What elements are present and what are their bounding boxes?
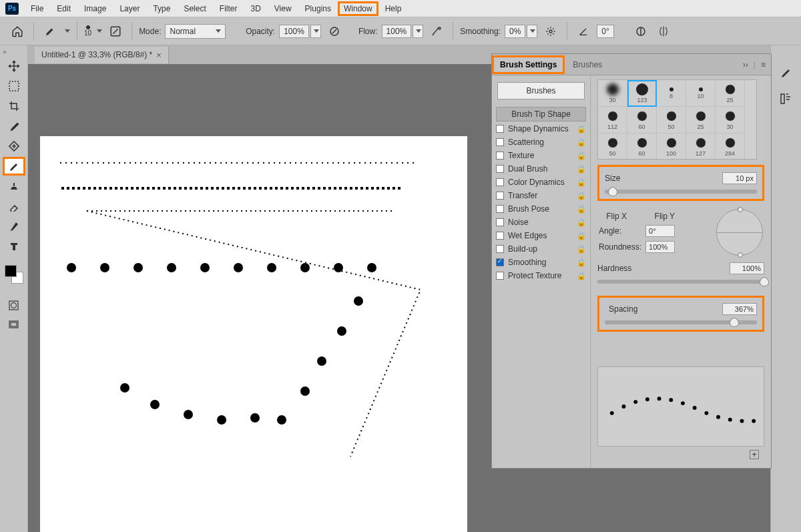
setting-dual-brush[interactable]: Dual Brush🔒 — [492, 162, 590, 176]
marquee-tool[interactable] — [3, 77, 25, 95]
lock-icon[interactable]: 🔒 — [577, 178, 586, 187]
lock-icon[interactable]: 🔒 — [577, 205, 586, 214]
brush-thumb[interactable]: 30 — [716, 107, 745, 134]
spacing-slider[interactable] — [605, 320, 757, 324]
checkbox[interactable] — [496, 152, 504, 160]
symmetry-icon[interactable] — [654, 22, 673, 41]
chevron-down-icon[interactable] — [65, 29, 70, 33]
setting-brush-pose[interactable]: Brush Pose🔒 — [492, 202, 590, 216]
brush-tool[interactable] — [3, 157, 25, 176]
collapse-icon[interactable]: » — [3, 48, 7, 55]
angle-widget[interactable] — [716, 209, 763, 256]
chevron-down-icon[interactable] — [310, 25, 321, 38]
panel-menu-icon[interactable]: ≡ — [761, 60, 766, 69]
lock-icon[interactable]: 🔒 — [577, 232, 586, 240]
type-tool[interactable] — [3, 237, 25, 256]
menu-layer[interactable]: Layer — [113, 1, 146, 16]
smoothing-options-icon[interactable] — [541, 22, 560, 41]
home-icon[interactable] — [8, 22, 27, 41]
brush-thumb[interactable]: 284 — [716, 134, 745, 160]
roundness-value[interactable]: 100% — [645, 241, 675, 253]
menu-edit[interactable]: Edit — [50, 1, 77, 16]
crop-tool[interactable] — [3, 97, 25, 115]
angle-value[interactable]: 0° — [597, 25, 613, 38]
brush-thumb[interactable]: 30 — [598, 80, 627, 107]
checkbox[interactable] — [496, 258, 504, 266]
healing-tool[interactable] — [3, 137, 25, 156]
mode-dropdown[interactable]: Normal — [165, 24, 226, 39]
eraser-tool[interactable] — [3, 197, 25, 216]
hardness-value[interactable]: 100% — [730, 262, 764, 274]
smoothing-input[interactable]: 0% — [505, 25, 537, 38]
chevron-down-icon[interactable] — [413, 25, 423, 38]
scrollbar[interactable] — [756, 79, 764, 160]
angle-value[interactable]: 0° — [645, 225, 675, 237]
brush-thumb[interactable]: 127 — [686, 134, 716, 160]
menu-image[interactable]: Image — [77, 1, 113, 16]
size-value[interactable]: 10 px — [722, 172, 757, 184]
eyedropper-tool[interactable] — [3, 117, 25, 136]
lock-icon[interactable]: 🔒 — [577, 138, 586, 147]
angle-icon[interactable] — [574, 22, 593, 41]
setting-protect-texture[interactable]: Protect Texture🔒 — [492, 269, 590, 282]
pressure-size-icon[interactable] — [631, 22, 650, 41]
size-slider[interactable] — [605, 190, 757, 194]
checkbox[interactable] — [496, 272, 504, 280]
lock-icon[interactable]: 🔒 — [577, 125, 586, 134]
lock-icon[interactable]: 🔒 — [577, 258, 586, 267]
checkbox[interactable] — [496, 245, 504, 253]
checkbox[interactable] — [496, 192, 504, 200]
lock-icon[interactable]: 🔒 — [577, 165, 586, 174]
spacing-value[interactable]: 367% — [722, 303, 757, 315]
lock-icon[interactable]: 🔒 — [577, 272, 586, 280]
close-icon[interactable]: × — [156, 50, 162, 60]
lock-icon[interactable]: 🔒 — [577, 245, 586, 254]
tool-preset-icon[interactable] — [41, 22, 59, 41]
screenmode-tool[interactable] — [3, 316, 25, 334]
brush-thumb[interactable]: 10 — [686, 80, 716, 107]
canvas[interactable] — [40, 136, 467, 532]
collapse-icon[interactable]: ›› — [743, 60, 748, 69]
setting-transfer[interactable]: Transfer🔒 — [492, 189, 590, 202]
brush-thumb[interactable]: 112 — [598, 107, 627, 134]
color-swatches[interactable] — [5, 265, 23, 284]
chevron-down-icon[interactable] — [97, 29, 102, 33]
menu-filter[interactable]: Filter — [213, 1, 244, 16]
brush-thumb[interactable]: 100 — [657, 134, 686, 160]
hardness-slider[interactable] — [597, 280, 764, 284]
lock-icon[interactable]: 🔒 — [577, 152, 586, 160]
checkbox[interactable] — [496, 165, 504, 173]
flow-input[interactable]: 100% — [382, 25, 424, 38]
menu-view[interactable]: View — [268, 1, 298, 16]
checkbox[interactable] — [496, 125, 504, 133]
tab-brushes[interactable]: Brushes — [565, 55, 610, 74]
chevron-down-icon[interactable] — [527, 25, 537, 38]
setting-shape-dynamics[interactable]: Shape Dynamics🔒 — [492, 122, 590, 136]
checkbox[interactable] — [496, 232, 504, 240]
move-tool[interactable] — [3, 57, 25, 75]
brush-thumb[interactable]: 123 — [627, 80, 657, 107]
brush-thumb[interactable]: 50 — [598, 134, 627, 160]
checkbox[interactable] — [496, 138, 504, 146]
menu-3d[interactable]: 3D — [244, 1, 267, 16]
brushes-panel-icon[interactable] — [779, 92, 794, 105]
setting-texture[interactable]: Texture🔒 — [492, 149, 590, 162]
brush-thumb[interactable]: 50 — [657, 107, 686, 134]
brush-panel-toggle-icon[interactable] — [106, 22, 125, 41]
menu-window[interactable]: Window — [338, 1, 378, 16]
brush-tip-shape-row[interactable]: Brush Tip Shape — [496, 107, 586, 121]
menu-type[interactable]: Type — [146, 1, 177, 16]
brush-panel-icon[interactable] — [779, 65, 794, 80]
brush-preset-picker[interactable]: 10 — [84, 25, 91, 37]
setting-scattering[interactable]: Scattering🔒 — [492, 136, 590, 149]
new-preset-icon[interactable]: + — [750, 450, 759, 459]
setting-noise[interactable]: Noise🔒 — [492, 216, 590, 229]
quickmask-tool[interactable] — [3, 296, 25, 314]
menu-select[interactable]: Select — [177, 1, 212, 16]
lock-icon[interactable]: 🔒 — [577, 218, 586, 227]
brush-thumb[interactable]: 60 — [627, 107, 657, 134]
brush-thumb[interactable]: 60 — [627, 134, 657, 160]
brushes-button[interactable]: Brushes — [497, 82, 585, 99]
checkbox[interactable] — [496, 205, 504, 213]
brush-thumbnails[interactable]: 3012381025112605025305060100127284 — [597, 79, 764, 160]
